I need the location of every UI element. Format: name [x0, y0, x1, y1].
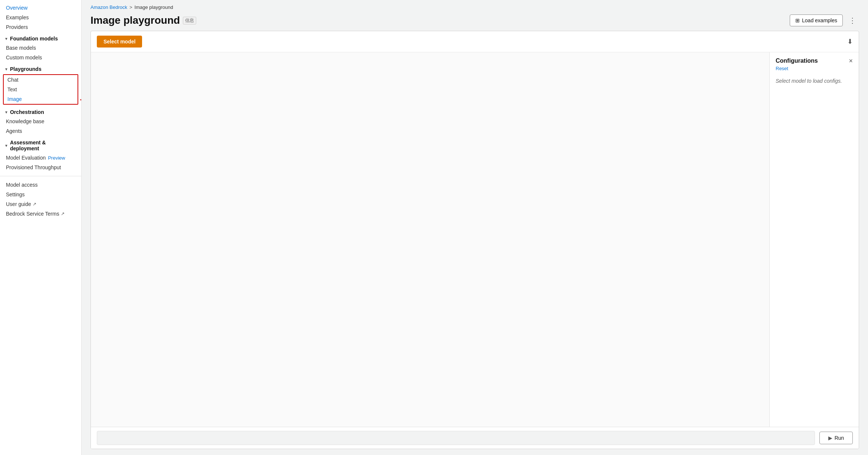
- prompt-input[interactable]: [97, 431, 815, 445]
- page-header-left: Image playground 信息: [91, 14, 196, 26]
- breadcrumb-separator: >: [129, 4, 132, 10]
- bottom-bar: ▶ Run: [91, 427, 859, 449]
- playground-main-area: [91, 52, 770, 427]
- sidebar-item-model-evaluation[interactable]: Model Evaluation: [6, 155, 46, 161]
- info-badge[interactable]: 信息: [183, 17, 196, 24]
- page-header-right: ⊞ Load examples ⋮: [790, 14, 859, 26]
- breadcrumb: Amazon Bedrock > Image playground: [82, 0, 868, 12]
- external-link-icon: ↗: [33, 202, 36, 207]
- download-icon[interactable]: ⬇: [847, 37, 853, 46]
- config-reset-link[interactable]: Reset: [776, 66, 853, 71]
- section-arrow-assessment: ▼: [4, 144, 8, 148]
- sidebar-section-assessment: ▼ Assessment & deployment: [0, 136, 81, 153]
- main-content: Amazon Bedrock > Image playground Image …: [82, 0, 868, 455]
- config-close-button[interactable]: ×: [849, 58, 853, 64]
- sidebar-item-model-access[interactable]: Model access: [0, 180, 81, 190]
- section-arrow-playgrounds: ▼: [4, 67, 8, 71]
- sidebar-item-providers[interactable]: Providers: [0, 22, 81, 32]
- config-placeholder-text: Select model to load configs.: [776, 78, 853, 84]
- sidebar-section-playgrounds: ▼ Playgrounds: [0, 62, 81, 73]
- sidebar-item-examples[interactable]: Examples: [0, 13, 81, 22]
- sidebar-section-orchestration: ▼ Orchestration: [0, 105, 81, 117]
- sidebar-item-overview[interactable]: Overview: [0, 3, 81, 13]
- sidebar-item-service-terms[interactable]: Bedrock Service Terms: [6, 211, 59, 217]
- section-arrow-orchestration: ▼: [4, 110, 8, 114]
- section-arrow-foundation: ▼: [4, 37, 8, 41]
- load-examples-button[interactable]: ⊞ Load examples: [790, 14, 843, 26]
- playground-container: Select model ⬇ Configurations × Reset Se…: [91, 31, 859, 449]
- config-title: Configurations: [776, 58, 818, 64]
- sidebar-item-image[interactable]: Image: [4, 94, 78, 104]
- sidebar-item-preview[interactable]: Preview: [48, 155, 65, 161]
- config-panel: Configurations × Reset Select model to l…: [770, 52, 859, 427]
- page-title: Image playground: [91, 14, 180, 26]
- sidebar-item-agents[interactable]: Agents: [0, 126, 81, 136]
- playground-body: Configurations × Reset Select model to l…: [91, 52, 859, 427]
- playground-toolbar: Select model ⬇: [91, 31, 859, 52]
- sidebar-item-knowledge-base[interactable]: Knowledge base: [0, 117, 81, 126]
- sidebar-section-foundation-models: ▼ Foundation models: [0, 32, 81, 43]
- config-header: Configurations ×: [776, 58, 853, 64]
- sidebar-item-base-models[interactable]: Base models: [0, 43, 81, 53]
- select-model-button[interactable]: Select model: [97, 36, 142, 48]
- sidebar-item-settings[interactable]: Settings: [0, 190, 81, 199]
- sidebar: Overview Examples Providers ▼ Foundation…: [0, 0, 82, 455]
- external-link-icon-2: ↗: [61, 211, 65, 216]
- sidebar-item-provisioned-throughput[interactable]: Provisioned Throughput: [0, 163, 81, 172]
- run-icon: ▶: [828, 435, 832, 441]
- run-button[interactable]: ▶ Run: [819, 432, 853, 444]
- sidebar-item-user-guide[interactable]: User guide: [6, 201, 31, 207]
- breadcrumb-current: Image playground: [135, 4, 173, 10]
- sidebar-item-custom-models[interactable]: Custom models: [0, 53, 81, 62]
- more-options-button[interactable]: ⋮: [846, 14, 859, 26]
- sidebar-item-text[interactable]: Text: [4, 85, 78, 94]
- page-header: Image playground 信息 ⊞ Load examples ⋮: [82, 12, 868, 31]
- breadcrumb-amazon-bedrock[interactable]: Amazon Bedrock: [91, 4, 127, 10]
- sidebar-item-chat[interactable]: Chat: [4, 75, 78, 85]
- load-examples-icon: ⊞: [795, 17, 800, 23]
